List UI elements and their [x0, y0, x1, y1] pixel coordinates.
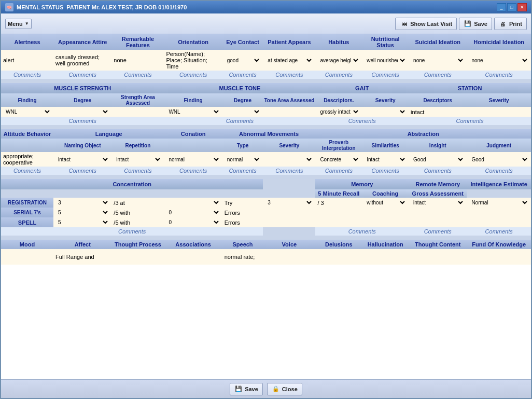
reg-gross-select[interactable]: intact: [411, 199, 465, 207]
judgment-cell[interactable]: Good: [467, 152, 531, 167]
insight-cell[interactable]: Good: [409, 152, 467, 167]
reg-val3-select[interactable]: [166, 199, 220, 207]
similarities-select[interactable]: Intact: [364, 156, 407, 163]
tone-area-input[interactable]: [265, 108, 313, 115]
spell-val3-cell[interactable]: 0: [164, 217, 222, 227]
judgment-select[interactable]: Good: [469, 156, 529, 163]
conation-select[interactable]: normal: [166, 156, 220, 163]
spell-val1-select[interactable]: 5: [55, 218, 109, 226]
eye-contact-select[interactable]: good: [225, 57, 261, 64]
proverb-comments[interactable]: Comments: [315, 167, 362, 175]
reg-val1-cell[interactable]: 3: [53, 198, 111, 208]
nutritional-cell[interactable]: well nourished: [362, 50, 409, 71]
gait-descriptors-cell[interactable]: grossly intact: [315, 107, 362, 117]
nutritional-select[interactable]: well nourished: [364, 57, 407, 64]
naming-object-select[interactable]: intact: [55, 156, 109, 163]
patient-appears-cell[interactable]: at stated age: [263, 50, 315, 71]
patient-appears-select[interactable]: at stated age: [265, 57, 313, 64]
muscle-tone-comments[interactable]: Comments: [164, 117, 315, 125]
abnormal-severity-cell[interactable]: [263, 152, 315, 167]
remote-comments[interactable]: Comments: [409, 227, 467, 236]
conation-cell[interactable]: normal: [164, 152, 222, 167]
serial7-val3-cell[interactable]: 0: [164, 208, 222, 217]
homicidal-comments[interactable]: Comments: [467, 71, 531, 79]
tone-finding-select[interactable]: WNL: [166, 108, 220, 116]
strength-finding-cell[interactable]: WNL: [1, 107, 53, 117]
station-severity-cell[interactable]: [467, 107, 531, 117]
similarities-comments[interactable]: Comments: [362, 167, 409, 175]
reg-try-val-cell[interactable]: 3: [263, 198, 315, 208]
abnormal-type-comments[interactable]: Comments: [222, 167, 263, 175]
insight-comments[interactable]: Comments: [409, 167, 467, 175]
naming-comments[interactable]: Comments: [53, 167, 111, 175]
reg-val1-select[interactable]: 3: [55, 199, 109, 207]
remarkable-comments[interactable]: Comments: [111, 71, 164, 79]
gait-severity-select[interactable]: [364, 108, 407, 116]
insight-select[interactable]: Good: [411, 156, 465, 163]
similarities-cell[interactable]: Intact: [362, 152, 409, 167]
serial7-val1-cell[interactable]: 5: [53, 208, 111, 217]
tone-degree-select[interactable]: [225, 108, 261, 116]
strength-finding-select[interactable]: WNL: [3, 108, 51, 116]
gait-severity-cell[interactable]: [362, 107, 409, 117]
muscle-strength-comments[interactable]: Comments: [1, 117, 164, 125]
serial7-val3-select[interactable]: 0: [166, 209, 220, 216]
homicidal-cell[interactable]: none: [467, 50, 531, 71]
print-button[interactable]: 🖨 Print: [494, 18, 527, 30]
proverb-select[interactable]: Concrete: [317, 156, 360, 163]
abnormal-severity-select[interactable]: [265, 156, 313, 163]
close-footer-button[interactable]: 🔒 Close: [267, 383, 302, 395]
abnormal-type-select[interactable]: normal: [225, 156, 261, 163]
show-last-visit-button[interactable]: ⏮ Show Last Visit: [395, 18, 457, 30]
gait-descriptors-select[interactable]: grossly intact: [317, 108, 360, 116]
eye-contact-cell[interactable]: good: [222, 50, 263, 71]
spell-val3-select[interactable]: 0: [166, 218, 220, 226]
repetition-comments[interactable]: Comments: [111, 167, 164, 175]
memory-comments[interactable]: Comments: [315, 227, 409, 236]
nutritional-comments[interactable]: Comments: [362, 71, 409, 79]
conation-comments[interactable]: Comments: [164, 167, 222, 175]
tone-area-cell[interactable]: [263, 107, 315, 117]
strength-degree-cell[interactable]: [53, 107, 111, 117]
suicidal-cell[interactable]: none: [409, 50, 467, 71]
content-area[interactable]: Alertness Appearance Attire Remarkable F…: [1, 34, 531, 379]
abnormal-severity-comments[interactable]: Comments: [263, 167, 315, 175]
proverb-cell[interactable]: Concrete: [315, 152, 362, 167]
eye-contact-comments[interactable]: Comments: [222, 71, 263, 79]
abnormal-type-cell[interactable]: normal: [222, 152, 263, 167]
suicidal-select[interactable]: none: [411, 57, 465, 64]
alertness-comments[interactable]: Comments: [1, 71, 53, 79]
attitude-comments[interactable]: Comments: [1, 167, 53, 175]
save-toolbar-button[interactable]: 💾 Save: [459, 18, 492, 30]
habitus-cell[interactable]: average height: [315, 50, 362, 71]
repetition-cell[interactable]: intact: [111, 152, 164, 167]
reg-gross-cell[interactable]: intact: [409, 198, 467, 208]
naming-object-cell[interactable]: intact: [53, 152, 111, 167]
reg-val3-cell[interactable]: [164, 198, 222, 208]
intel-comments[interactable]: Comments: [467, 227, 531, 236]
reg-intel-select[interactable]: Normal: [469, 199, 529, 207]
maximize-button[interactable]: □: [507, 3, 516, 11]
station-comments[interactable]: Comments: [409, 117, 531, 125]
minimize-button[interactable]: _: [497, 3, 506, 11]
reg-intel-cell[interactable]: Normal: [467, 198, 531, 208]
reg-coaching-cell[interactable]: without: [362, 198, 409, 208]
homicidal-select[interactable]: none: [469, 57, 529, 64]
strength-area-input[interactable]: [114, 108, 162, 115]
orientation-comments[interactable]: Comments: [164, 71, 222, 79]
judgment-comments[interactable]: Comments: [467, 167, 531, 175]
reg-coaching-select[interactable]: without: [364, 199, 407, 207]
save-footer-button[interactable]: 💾 Save: [230, 383, 263, 395]
habitus-comments[interactable]: Comments: [315, 71, 362, 79]
tone-degree-cell[interactable]: [222, 107, 263, 117]
serial7-val1-select[interactable]: 5: [55, 209, 109, 216]
close-button[interactable]: ✕: [517, 3, 527, 11]
appearance-comments[interactable]: Comments: [53, 71, 111, 79]
strength-degree-select[interactable]: [55, 108, 109, 116]
strength-area-cell[interactable]: [111, 107, 164, 117]
menu-button[interactable]: Menu ▼: [5, 19, 32, 29]
reg-try-val-select[interactable]: 3: [265, 199, 313, 207]
habitus-select[interactable]: average height: [317, 57, 360, 64]
tone-finding-cell[interactable]: WNL: [164, 107, 222, 117]
concentration-comments[interactable]: Comments: [1, 227, 263, 236]
